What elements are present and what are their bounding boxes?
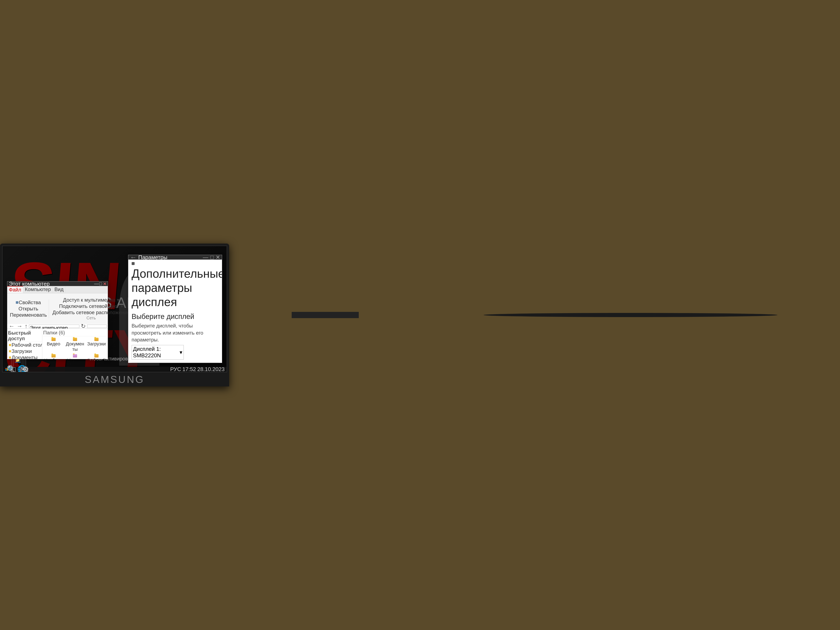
- settings-divider: [132, 362, 219, 362]
- search-field[interactable]: [87, 325, 107, 328]
- ribbon-content: Свойства Открыть Переименовать Доступ к …: [7, 293, 108, 324]
- ribbon-group-location: Свойства Открыть Переименовать: [8, 299, 49, 318]
- taskbar: 🔍 □ 📁 🌐 🎮 ⚙ РУС 17:52 28.10.2023: [3, 367, 227, 372]
- monitor-outer: SIN CITY IN THEATERS APRIL 1ST Этот комп…: [0, 243, 229, 387]
- files-area: Папки (6) Видео Документы Загрузки: [42, 328, 107, 359]
- folder-video[interactable]: Видео: [43, 337, 64, 353]
- address-bar: ← → ↑ Этот компьютер ↻: [7, 324, 108, 328]
- settings-content: Дополнительные параметры дисплея Выберит…: [128, 260, 222, 363]
- folders-section-header: Папки (6): [43, 329, 107, 336]
- rename-button[interactable]: Переименовать: [9, 312, 47, 318]
- taskbar-icons: 🔍 □ 📁 🌐 🎮 ⚙: [11, 358, 60, 372]
- settings-panel: ← Параметры — □ ✕ Дополнительные парамет…: [128, 255, 222, 363]
- network-group-label: Сеть: [87, 316, 96, 321]
- taskbar-right: РУС 17:52 28.10.2023: [170, 366, 226, 372]
- folder-downloads[interactable]: Загрузки: [86, 337, 107, 353]
- monitor-brand: SAMSUNG: [2, 372, 227, 387]
- ribbon-group-network: Доступ к мультимедиа ▾ Подключить сетево…: [51, 297, 132, 321]
- quick-access-header: Быстрый доступ: [7, 329, 42, 342]
- monitor-stand-base: [483, 313, 777, 317]
- taskbar-date: 28.10.2023: [197, 366, 224, 372]
- monitor-stand-neck: [292, 312, 359, 318]
- tab-file[interactable]: Файл: [7, 286, 23, 293]
- sidebar-item-downloads[interactable]: Загрузки: [7, 348, 42, 354]
- task-view-button[interactable]: □: [13, 358, 14, 372]
- settings-taskbar[interactable]: ⚙: [25, 358, 26, 372]
- settings-main-title: Дополнительные параметры дисплея: [132, 267, 219, 309]
- taskbar-language: РУС: [170, 366, 181, 372]
- open-button[interactable]: Открыть: [18, 306, 39, 312]
- close-button[interactable]: ✕: [104, 283, 106, 285]
- maximize-button[interactable]: □: [99, 283, 102, 285]
- explorer-body: Быстрый доступ Рабочий стол Загрузки Док…: [7, 328, 108, 359]
- multimedia-button[interactable]: Доступ к мультимедиа ▾: [63, 297, 120, 303]
- sidebar-nav: Быстрый доступ Рабочий стол Загрузки Док…: [7, 328, 43, 359]
- select-display-title: Выберите дисплей: [132, 313, 219, 321]
- select-display-desc: Выберите дисплей, чтобы просмотреть или …: [132, 322, 219, 344]
- file-explorer-taskbar[interactable]: 📁: [15, 358, 21, 363]
- folder-music[interactable]: Музыка: [65, 354, 85, 359]
- explorer-window-controls: — □ ✕: [95, 283, 106, 285]
- screen: SIN CITY IN THEATERS APRIL 1ST Этот комп…: [2, 246, 227, 372]
- display-dropdown[interactable]: Дисплей 1: SMB2220N ▾: [132, 345, 184, 360]
- file-explorer-window: Этот компьютер — □ ✕ Файл Компьютер Вид: [7, 281, 108, 359]
- folder-documents[interactable]: Документы: [65, 337, 85, 353]
- tab-computer[interactable]: Компьютер: [23, 286, 53, 293]
- taskbar-time: 17:52: [182, 366, 196, 372]
- address-field[interactable]: Этот компьютер: [29, 325, 79, 328]
- properties-button[interactable]: Свойства: [15, 299, 41, 306]
- network-disk-button[interactable]: Подключить сетевой диск ▾: [58, 303, 124, 309]
- tab-view[interactable]: Вид: [53, 286, 65, 293]
- explorer-titlebar: Этот компьютер — □ ✕: [7, 281, 108, 286]
- minimize-button[interactable]: —: [95, 283, 98, 285]
- ribbon-tabs: Файл Компьютер Вид: [7, 286, 108, 293]
- folder-desktop[interactable]: Рабочий стол: [86, 354, 107, 359]
- sidebar-item-desktop[interactable]: Рабочий стол: [7, 342, 42, 348]
- add-network-button[interactable]: Добавить сетевое расположение: [52, 309, 130, 316]
- settings-titlebar: ← Параметры — □ ✕: [128, 255, 222, 260]
- folders-grid: Видео Документы Загрузки Изображени: [43, 337, 107, 359]
- settings-home-icon[interactable]: [132, 262, 134, 265]
